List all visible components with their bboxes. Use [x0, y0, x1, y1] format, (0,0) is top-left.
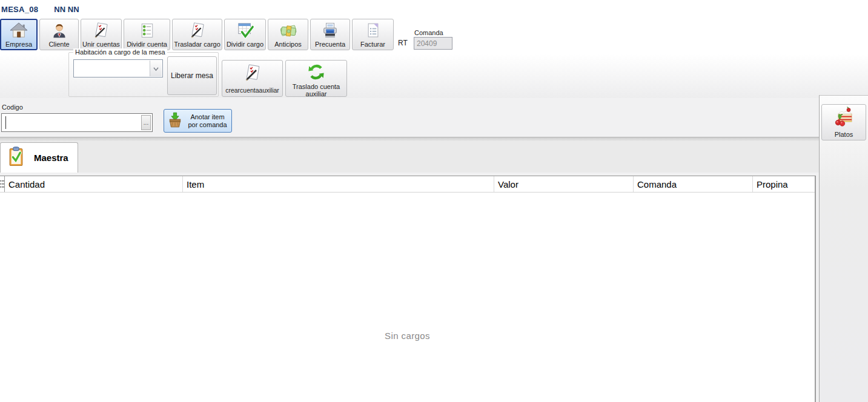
- cliente-button[interactable]: Cliente: [39, 19, 79, 50]
- recycle-arrows-icon: [307, 63, 325, 83]
- chevron-down-icon: [153, 63, 159, 74]
- anotar-item-button[interactable]: Anotar item por comanda: [164, 109, 232, 133]
- person-icon: [51, 21, 68, 39]
- aux-button-label: crearcuentaauxiliar: [225, 87, 279, 94]
- toolbar-button-label: Dividir cuenta: [127, 41, 167, 48]
- table-check-icon: [236, 21, 254, 39]
- pos-window: MESA_08NN NN Empresa: [0, 0, 868, 402]
- content-zone: Codigo ... Anotar item por comanda: [0, 98, 819, 402]
- note-pen-icon: [188, 21, 207, 39]
- column-header-comanda[interactable]: Comanda: [634, 176, 753, 192]
- clipboard-check-icon: [8, 146, 24, 170]
- toolbar-button-label: Cliente: [48, 41, 69, 48]
- customer-name: NN NN: [54, 5, 79, 14]
- tab-maestra[interactable]: Maestra: [0, 142, 78, 173]
- list-bullets-icon: [139, 21, 156, 39]
- toolbar-button-label: Facturar: [360, 41, 385, 48]
- codigo-input[interactable]: ...: [1, 113, 153, 132]
- text-caret: [5, 116, 6, 129]
- toolbar-button-label: Trasladar cargo: [174, 41, 220, 48]
- right-panel: Platos: [819, 95, 868, 402]
- tab-strip: Maestra: [0, 141, 819, 173]
- main-toolbar: Empresa Cliente: [0, 19, 394, 50]
- table-name: MESA_08: [1, 5, 38, 14]
- money-icon: [279, 21, 298, 39]
- grid-header-row: Cantidad Item Valor Comanda Propina: [0, 176, 815, 193]
- codigo-label: Codigo: [2, 104, 23, 111]
- dividir-cargo-button[interactable]: Dividir cargo: [224, 19, 266, 50]
- unir-cuentas-button[interactable]: Unir cuentas: [81, 19, 122, 50]
- toolbar-button-label: Dividir cargo: [227, 41, 263, 48]
- toolbar-button-label: Anticipos: [274, 41, 302, 48]
- tab-maestra-label: Maestra: [34, 153, 68, 163]
- column-header-valor[interactable]: Valor: [494, 176, 634, 192]
- comanda-label: Comanda: [414, 29, 443, 36]
- anotar-item-label: Anotar item por comanda: [186, 113, 229, 129]
- toolbar-button-label: Precuenta: [315, 41, 345, 48]
- printer-icon: [321, 21, 339, 39]
- empresa-button[interactable]: Empresa: [0, 19, 38, 50]
- rt-label: RT: [398, 39, 408, 47]
- comanda-input: [414, 37, 452, 50]
- column-header-item[interactable]: Item: [183, 176, 494, 192]
- liberar-mesa-button[interactable]: Liberar mesa: [167, 56, 217, 95]
- horizontal-divider: [0, 137, 819, 141]
- house-icon: [10, 21, 28, 39]
- room-groupbox-label: Habitación a cargo de la mesa: [73, 48, 167, 56]
- top-toolbar-zone: MESA_08NN NN Empresa: [0, 0, 868, 98]
- toolbar-button-label: Empresa: [5, 41, 32, 48]
- facturar-button[interactable]: Facturar: [352, 19, 394, 50]
- invoice-list-icon: [365, 21, 382, 39]
- codigo-browse-button[interactable]: ...: [141, 115, 151, 130]
- column-header-propina[interactable]: Propina: [753, 176, 815, 192]
- items-grid: Cantidad Item Valor Comanda Propina Sin …: [0, 176, 816, 402]
- platos-button[interactable]: Platos: [821, 104, 866, 140]
- trasladar-cargo-button[interactable]: Trasladar cargo: [172, 19, 222, 50]
- grid-empty-message: Sin cargos: [0, 331, 815, 341]
- note-pen-icon: [92, 21, 110, 39]
- room-combobox[interactable]: [73, 59, 163, 77]
- precuenta-button[interactable]: Precuenta: [310, 19, 350, 50]
- aux-button-label: Traslado cuenta auxiliar: [287, 83, 345, 97]
- combobox-dropdown-button[interactable]: [150, 61, 162, 76]
- row-indicator-icon: [0, 176, 5, 192]
- anticipos-button[interactable]: Anticipos: [268, 19, 308, 50]
- box-arrow-down-icon: [167, 111, 184, 131]
- traslado-cuenta-auxiliar-button[interactable]: Traslado cuenta auxiliar: [285, 60, 347, 97]
- titlebar: MESA_08NN NN: [1, 5, 79, 14]
- dessert-cake-icon: [833, 106, 855, 130]
- platos-button-label: Platos: [835, 131, 853, 138]
- crear-cuenta-auxiliar-button[interactable]: crearcuentaauxiliar: [222, 60, 283, 97]
- dividir-cuenta-button[interactable]: Dividir cuenta: [124, 19, 170, 50]
- toolbar-button-label: Unir cuentas: [82, 41, 120, 48]
- column-header-cantidad[interactable]: Cantidad: [5, 176, 183, 192]
- note-pen-icon: [243, 63, 262, 84]
- room-groupbox: Habitación a cargo de la mesa Liberar me…: [68, 52, 219, 97]
